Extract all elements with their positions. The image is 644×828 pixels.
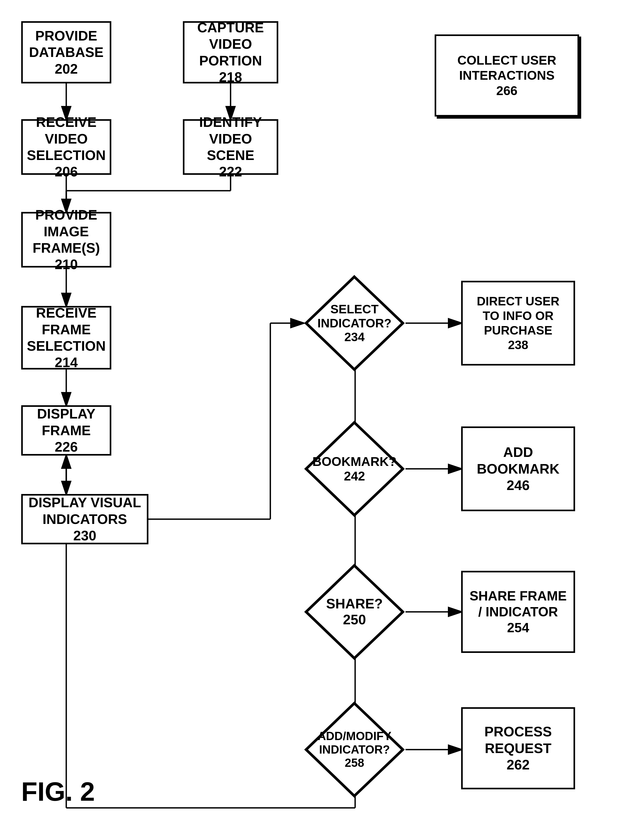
collect-user-box: COLLECT USER INTERACTIONS 266 — [435, 34, 579, 116]
receive-video-box: RECEIVE VIDEO SELECTION 206 — [21, 119, 111, 175]
identify-video-box: IDENTIFY VIDEO SCENE 222 — [183, 119, 278, 175]
provide-database-box: PROVIDE DATABASE 202 — [21, 21, 111, 83]
process-request-number: 262 — [507, 756, 530, 773]
provide-image-number: 210 — [55, 256, 78, 273]
capture-video-label: CAPTURE VIDEO PORTION — [190, 19, 272, 69]
display-frame-label: DISPLAY FRAME — [28, 406, 104, 439]
select-indicator-number: 234 — [344, 330, 365, 344]
provide-database-number: 202 — [55, 61, 78, 77]
select-indicator-label: SELECT INDICATOR? — [317, 302, 391, 330]
capture-video-number: 218 — [219, 69, 242, 85]
process-request-box: PROCESS REQUEST 262 — [461, 707, 575, 789]
share-label: SHARE? — [326, 596, 383, 611]
share-number: 250 — [343, 612, 366, 627]
add-bookmark-number: 246 — [507, 477, 530, 494]
add-bookmark-box: ADD BOOKMARK 246 — [461, 427, 575, 511]
add-modify-label: ADD/MODIFY INDICATOR? — [317, 729, 391, 756]
add-modify-diamond-wrap: ADD/MODIFY INDICATOR? 258 — [303, 701, 405, 798]
share-diamond-wrap: SHARE? 250 — [303, 563, 405, 661]
display-visual-box: DISPLAY VISUAL INDICATORS 230 — [21, 494, 148, 544]
display-frame-number: 226 — [55, 439, 78, 455]
process-request-label: PROCESS REQUEST — [468, 723, 568, 756]
display-visual-label: DISPLAY VISUAL INDICATORS — [28, 494, 141, 527]
fig-label: FIG. 2 — [21, 776, 95, 807]
receive-video-label: RECEIVE VIDEO SELECTION — [27, 114, 106, 163]
diagram-container: PROVIDE DATABASE 202 CAPTURE VIDEO PORTI… — [0, 0, 644, 828]
bookmark-diamond: BOOKMARK? 242 — [303, 420, 405, 518]
select-indicator-diamond-wrap: SELECT INDICATOR? 234 — [303, 274, 405, 372]
identify-video-number: 222 — [219, 163, 242, 180]
direct-user-box: DIRECT USER TO INFO OR PURCHASE 238 — [461, 281, 575, 365]
direct-user-label: DIRECT USER TO INFO OR PURCHASE — [468, 294, 568, 338]
direct-user-number: 238 — [508, 338, 528, 352]
add-modify-number: 258 — [345, 756, 364, 769]
bookmark-diamond-wrap: BOOKMARK? 242 — [303, 420, 405, 518]
provide-image-box: PROVIDE IMAGE FRAME(S) 210 — [21, 212, 111, 268]
capture-video-box: CAPTURE VIDEO PORTION 218 — [183, 21, 278, 83]
select-indicator-diamond: SELECT INDICATOR? 234 — [303, 274, 405, 372]
identify-video-label: IDENTIFY VIDEO SCENE — [190, 114, 272, 163]
collect-user-number: 266 — [496, 83, 517, 99]
provide-database-label: PROVIDE DATABASE — [28, 28, 104, 61]
add-bookmark-label: ADD BOOKMARK — [468, 444, 568, 477]
receive-frame-number: 214 — [55, 354, 78, 370]
display-frame-box: DISPLAY FRAME 226 — [21, 405, 111, 456]
add-modify-diamond: ADD/MODIFY INDICATOR? 258 — [303, 701, 405, 798]
share-diamond: SHARE? 250 — [303, 563, 405, 661]
collect-user-label: COLLECT USER INTERACTIONS — [441, 53, 572, 83]
provide-image-label: PROVIDE IMAGE FRAME(S) — [28, 207, 104, 256]
receive-frame-label: RECEIVE FRAME SELECTION — [27, 304, 106, 354]
share-frame-box: SHARE FRAME / INDICATOR 254 — [461, 571, 575, 653]
receive-video-number: 206 — [55, 163, 78, 180]
receive-frame-box: RECEIVE FRAME SELECTION 214 — [21, 306, 111, 370]
bookmark-number: 242 — [344, 469, 365, 483]
display-visual-number: 230 — [74, 527, 96, 544]
share-frame-label: SHARE FRAME / INDICATOR — [468, 588, 568, 620]
bookmark-label: BOOKMARK? — [313, 455, 396, 469]
share-frame-number: 254 — [507, 620, 529, 636]
